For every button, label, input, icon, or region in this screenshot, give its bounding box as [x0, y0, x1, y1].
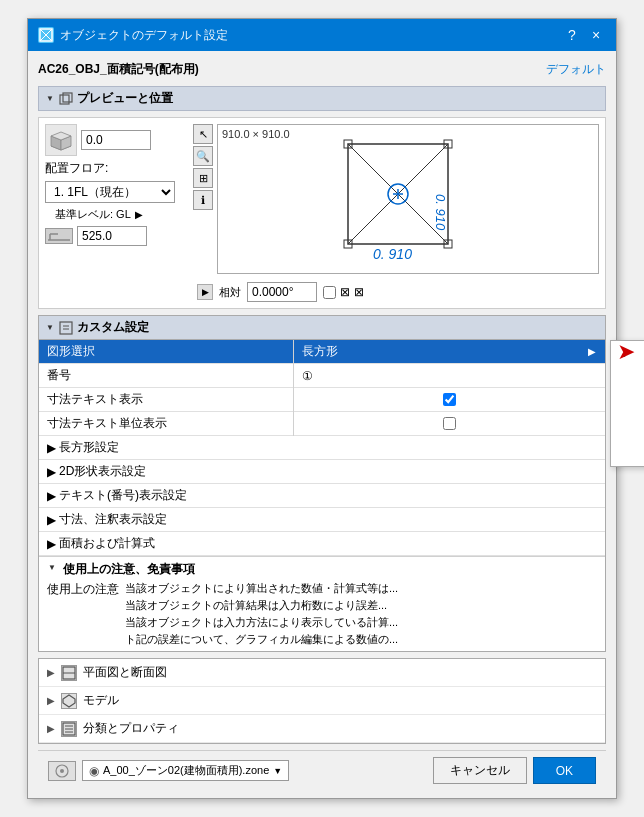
dimension-text-checkbox[interactable] [443, 393, 456, 406]
title-bar-left: オブジェクトのデフォルト設定 [38, 27, 228, 44]
model-collapse-icon: ▶ [47, 695, 55, 706]
value-input[interactable] [81, 130, 151, 150]
dialog-body: AC26_OBJ_面積記号(配布用) デフォルト ▼ プレビューと位置 [28, 51, 616, 798]
close-button[interactable]: × [586, 25, 606, 45]
warning-text-3: ト記の誤差について、グラフィカル編集による数値の... [125, 632, 398, 647]
expand-text[interactable]: ▶ テキスト(番号)表示設定 [39, 484, 605, 507]
default-link[interactable]: デフォルト [546, 61, 606, 78]
zone-label: A_00_ゾーン02(建物面積用).zone [103, 763, 269, 778]
floor-select[interactable]: 1. 1FL（現在） [45, 181, 175, 203]
checkmark-icon: ✓ [621, 347, 631, 361]
svg-text:0. 910: 0. 910 [433, 194, 448, 231]
expand-2d[interactable]: ▶ 2D形状表示設定 [39, 460, 605, 483]
prop-key-3: 寸法テキスト単位表示 [39, 412, 294, 436]
preview-section-header: ▼ プレビューと位置 [38, 86, 606, 111]
warning-text-1: 当該オブジェクトの計算結果は入力桁数により誤差... [125, 598, 398, 613]
preview-right: ↖ 🔍 ⊞ ℹ 910.0 × 910.0 [193, 124, 599, 302]
canvas-size-label: 910.0 × 910.0 [222, 128, 290, 140]
relative-arrow[interactable]: ▶ [197, 284, 213, 300]
properties-table-container: 図形選択 長方形 ▶ ✓ [39, 340, 605, 651]
cancel-button[interactable]: キャンセル [433, 757, 527, 784]
expand-icon-4: ▶ [47, 537, 56, 551]
floor-icon [45, 228, 73, 244]
svg-point-35 [60, 769, 64, 773]
checkbox2-icon: ⊠ [354, 285, 364, 299]
custom-collapse-icon[interactable]: ▼ [45, 323, 55, 333]
warning-collapse-icon[interactable]: ▼ [47, 562, 57, 572]
warning-section-label: 使用上の注意、免責事項 [63, 561, 195, 578]
tool-grid[interactable]: ⊞ [193, 168, 213, 188]
title-bar: オブジェクトのデフォルト設定 ? × [28, 19, 616, 51]
file-icon [48, 761, 76, 781]
checkbox1[interactable] [323, 286, 336, 299]
prop-key-1: 番号 [39, 364, 294, 388]
plan-collapse-icon: ▶ [47, 667, 55, 678]
expand-rect[interactable]: ▶ 長方形設定 [39, 436, 605, 459]
expand-area[interactable]: ▶ 面積および計算式 [39, 532, 605, 555]
height-input[interactable] [77, 226, 147, 246]
tool-zoom[interactable]: 🔍 [193, 146, 213, 166]
help-button[interactable]: ? [562, 25, 582, 45]
svg-rect-4 [63, 93, 72, 102]
table-row-expand-0: ▶ 長方形設定 [39, 436, 605, 460]
relative-label: 相対 [219, 285, 241, 300]
footer-left: ◉ A_00_ゾーン02(建物面積用).zone ▼ [48, 760, 289, 781]
table-row-expand-3: ▶ 寸法、注釈表示設定 [39, 508, 605, 532]
ok-button[interactable]: OK [533, 757, 596, 784]
props-icon [61, 721, 77, 737]
warning-text-2: 当該オブジェクトは入力方法により表示している計算... [125, 615, 398, 630]
warning-section: ▼ 使用上の注意、免責事項 使用上の注意 当該オブジェクトにより算出された数値・… [39, 556, 605, 651]
shape-option-fan[interactable]: 扇型 [611, 416, 644, 441]
shape-option-triangle[interactable]: 三角形 [611, 366, 644, 391]
canvas-area: ↖ 🔍 ⊞ ℹ 910.0 × 910.0 [193, 124, 599, 274]
svg-text:0. 910: 0. 910 [373, 246, 412, 262]
base-label: 基準レベル: GL [55, 207, 131, 222]
plan-icon [61, 665, 77, 681]
dialog-title: オブジェクトのデフォルト設定 [60, 27, 228, 44]
expand-icon-1: ▶ [47, 465, 56, 479]
floor-label-row: 配置フロア: [45, 160, 185, 177]
warning-texts: 当該オブジェクトにより算出された数値・計算式等は... 当該オブジェクトの計算結… [125, 581, 398, 647]
rotation-row: ▶ 相対 ⊠ ⊠ [193, 278, 599, 302]
dimension-unit-checkbox[interactable] [443, 417, 456, 430]
preview-left: 配置フロア: 1. 1FL（現在） 基準レベル: GL ▶ [45, 124, 185, 302]
props-collapse-icon: ▶ [47, 723, 55, 734]
shape-option-bow[interactable]: 弓型 [611, 391, 644, 416]
shape-option-rect[interactable]: ✓ 長方形 [611, 341, 644, 366]
shape-dropdown-trigger[interactable]: ▶ [583, 343, 601, 361]
tool-cursor[interactable]: ↖ [193, 124, 213, 144]
eye-icon: ◉ [89, 764, 99, 778]
shape-dropdown: ✓ 長方形 三角形 弓型 [610, 340, 644, 467]
expand-icon-3: ▶ [47, 513, 56, 527]
table-row-expand-2: ▶ テキスト(番号)表示設定 [39, 484, 605, 508]
bottom-item-model[interactable]: ▶ モデル [39, 687, 605, 715]
tool-info[interactable]: ℹ [193, 190, 213, 210]
checkbox-group1: ⊠ ⊠ [323, 285, 364, 299]
table-row-expand-4: ▶ 面積および計算式 [39, 532, 605, 556]
plan-label: 平面図と断面図 [83, 664, 167, 681]
preview-label: プレビューと位置 [77, 90, 173, 107]
prop-key-2: 寸法テキスト表示 [39, 388, 294, 412]
footer: ◉ A_00_ゾーン02(建物面積用).zone ▼ キャンセル OK [38, 750, 606, 790]
prop-val-3 [294, 412, 605, 436]
base-level-row: 基準レベル: GL ▶ [45, 207, 185, 222]
warning-header-row: ▼ 使用上の注意、免責事項 [47, 561, 597, 578]
zone-selector[interactable]: ◉ A_00_ゾーン02(建物面積用).zone ▼ [82, 760, 289, 781]
rotation-input[interactable] [247, 282, 317, 302]
3d-icon [45, 124, 77, 156]
preview-collapse-icon[interactable]: ▼ [45, 94, 55, 104]
expand-icon-0: ▶ [47, 441, 56, 455]
prop-val-0[interactable]: 長方形 ▶ ✓ 長方形 [294, 340, 605, 364]
bottom-item-props[interactable]: ▶ 分類とプロパティ [39, 715, 605, 743]
svg-rect-24 [60, 322, 72, 334]
app-icon [38, 27, 54, 43]
bottom-item-plan[interactable]: ▶ 平面図と断面図 [39, 659, 605, 687]
prop-val-1: ① [294, 364, 605, 388]
warning-label: 使用上の注意 [47, 581, 119, 647]
checkbox1-icon: ⊠ [340, 285, 350, 299]
expand-dim[interactable]: ▶ 寸法、注釈表示設定 [39, 508, 605, 531]
props-label: 分類とプロパティ [83, 720, 179, 737]
shape-option-circle[interactable]: 円 [611, 441, 644, 466]
preview-tools: ↖ 🔍 ⊞ ℹ [193, 124, 213, 274]
table-row: 図形選択 長方形 ▶ ✓ [39, 340, 605, 364]
